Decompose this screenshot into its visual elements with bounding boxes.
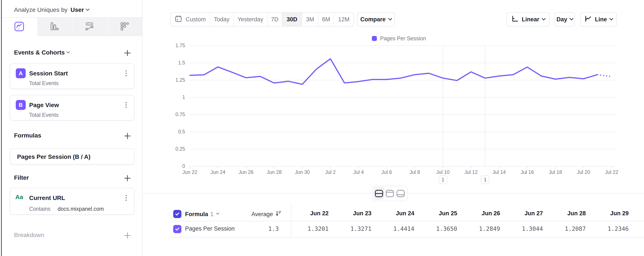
formula-card[interactable]: Pages Per Session (B / A) (10, 148, 134, 165)
events-section-title: Events & Cohorts (14, 49, 65, 56)
chart-canvas[interactable] (190, 41, 617, 170)
event-card-page-view[interactable]: B Page View Total Events (10, 95, 134, 121)
tab-insights[interactable] (2, 18, 37, 36)
table-value-cell: 1.2087 (543, 225, 586, 232)
layout-chart-only-button[interactable] (384, 187, 395, 200)
annotation-badge[interactable]: 1 (438, 175, 447, 184)
table-value-cell: 1.3201 (286, 225, 329, 232)
x-tick-label: Jun 30 (287, 169, 318, 175)
table-date-header: Jun 26 (457, 210, 500, 217)
formula-header-index: 1 (210, 211, 214, 218)
chart-type-label: Line (595, 16, 607, 23)
event-letter-badge: B (16, 100, 26, 110)
range-today[interactable]: Today (210, 13, 234, 26)
add-breakdown-button[interactable] (124, 232, 131, 240)
tab-funnels[interactable] (37, 18, 72, 36)
table-value-cell: 1.2346 (586, 225, 629, 232)
event-title[interactable]: Page View (29, 102, 59, 109)
layout-split-button[interactable] (374, 187, 384, 200)
range-custom[interactable]: Custom (171, 13, 210, 26)
range-12m[interactable]: 12M (334, 13, 354, 26)
chart-type-button[interactable]: Line (580, 12, 617, 26)
table-row-underline (171, 237, 644, 238)
table-value-cell: 1.4414 (372, 225, 414, 232)
range-3m[interactable]: 3M (302, 13, 318, 26)
breakdown-section-header: Breakdown (14, 232, 44, 239)
annotation-badge[interactable]: 1 (481, 175, 489, 184)
x-tick-label: Jul 8 (400, 169, 430, 175)
y-tick-label: 0.25 (164, 146, 185, 152)
flows-icon (84, 21, 94, 32)
uniques-entity-dropdown[interactable]: User (70, 6, 84, 13)
event-aggregation[interactable]: Total Events (29, 112, 58, 118)
chevron-down-icon[interactable] (86, 7, 90, 11)
event-title[interactable]: Session Start (29, 70, 68, 77)
interval-selector-button[interactable]: Day (554, 12, 575, 26)
legend-swatch (372, 36, 377, 41)
compare-button[interactable]: Compare (357, 12, 395, 26)
chevron-down-icon (610, 16, 613, 20)
filter-condition[interactable]: Contains docs.mixpanel.com (29, 206, 104, 212)
y-tick-label: 0.75 (164, 112, 185, 118)
table-value-cell: 1.3271 (329, 225, 372, 232)
x-tick-label: Jun 26 (231, 169, 261, 175)
range-today-label: Today (214, 16, 229, 23)
event-letter-badge: A (16, 68, 26, 78)
y-tick-label: 0 (164, 163, 185, 169)
table-date-header: Jun 23 (329, 210, 372, 217)
breakdown-section-title: Breakdown (14, 232, 44, 239)
range-yesterday-label: Yesterday (238, 16, 263, 23)
chevron-down-icon (570, 16, 574, 20)
tab-flows[interactable] (72, 18, 107, 36)
x-tick-label: Jun 22 (175, 169, 205, 175)
table-average-value: 1.3 (236, 225, 279, 232)
row-checkbox[interactable] (173, 225, 182, 233)
formula-column-header[interactable]: Formula 1 (185, 210, 219, 218)
average-column-header[interactable]: Average (218, 210, 281, 218)
x-tick-label: Jul 2 (315, 169, 346, 175)
add-filter-button[interactable] (124, 174, 131, 182)
layout-table-only-button[interactable] (395, 187, 406, 200)
add-event-button[interactable] (124, 49, 131, 57)
range-3m-label: 3M (306, 16, 314, 23)
range-7d[interactable]: 7D (268, 13, 282, 26)
y-tick-label: 1.5 (164, 60, 185, 66)
filter-property[interactable]: Current URL (29, 195, 65, 202)
funnels-bars-icon (50, 21, 60, 32)
events-section-header: Events & Cohorts (14, 49, 69, 56)
report-type-tabs (2, 18, 142, 36)
table-date-header: Jun 28 (543, 210, 586, 217)
filter-card-current-url[interactable]: Aa Current URL Contains docs.mixpanel.co… (10, 188, 134, 215)
x-tick-label: Jun 24 (203, 169, 233, 175)
x-tick-label: Jul 16 (512, 169, 542, 175)
tab-retention[interactable] (107, 18, 142, 36)
formula-expression[interactable]: Pages Per Session (B / A) (17, 153, 90, 160)
select-all-checkbox[interactable] (173, 210, 182, 218)
kebab-menu-icon[interactable] (126, 104, 127, 106)
chart-legend[interactable]: Pages Per Session (372, 35, 426, 42)
range-custom-label: Custom (186, 16, 206, 23)
chevron-down-icon[interactable] (66, 50, 70, 53)
filter-value[interactable]: docs.mixpanel.com (58, 206, 104, 212)
range-yesterday[interactable]: Yesterday (234, 13, 268, 26)
event-aggregation[interactable]: Total Events (29, 80, 58, 86)
table-value-row: 1.32011.32711.44141.36501.28491.30441.20… (286, 225, 630, 232)
kebab-menu-icon[interactable] (126, 197, 127, 198)
add-formula-button[interactable] (124, 132, 131, 140)
filter-operator[interactable]: Contains (29, 206, 50, 212)
range-6m[interactable]: 6M (318, 13, 334, 26)
line-chart[interactable] (190, 41, 617, 170)
x-tick-label: Jul 10 (428, 169, 458, 175)
interval-label: Day (556, 16, 567, 23)
range-30d[interactable]: 30D (282, 13, 302, 26)
compare-label: Compare (360, 16, 386, 23)
y-tick-label: 1.75 (164, 43, 185, 48)
table-date-header: Jun 22 (286, 210, 329, 217)
event-card-session-start[interactable]: A Session Start Total Events (10, 63, 134, 89)
kebab-menu-icon[interactable] (126, 73, 127, 74)
legend-series-label: Pages Per Session (380, 35, 426, 42)
calendar-icon (175, 15, 182, 24)
scale-selector-button[interactable]: Linear (506, 12, 550, 26)
table-row-name[interactable]: Pages Per Session (185, 225, 235, 232)
report-main-panel: Custom Today Yesterday 7D 30D 3M 6M 12M … (142, 0, 644, 256)
